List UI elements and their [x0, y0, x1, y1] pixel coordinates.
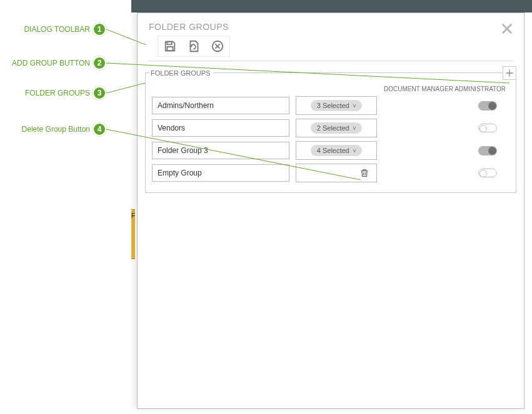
selection-count-label: 3 Selected [317, 102, 349, 109]
callout-label: ADD GROUP BUTTON [3, 59, 90, 67]
dialog-header: FOLDER GROUPS [138, 13, 524, 61]
group-selection-dropdown[interactable] [296, 164, 377, 182]
save-button[interactable] [158, 36, 182, 56]
selection-count-label: 2 Selected [317, 124, 349, 132]
close-icon[interactable] [500, 22, 515, 37]
folder-groups-dialog: FOLDER GROUPS [137, 12, 524, 409]
group-selection-dropdown[interactable]: 2 Selectedv [296, 119, 377, 137]
selection-pill[interactable]: 4 Selectedv [311, 145, 362, 156]
chevron-down-icon: v [353, 102, 356, 109]
delete-group-button[interactable] [359, 167, 370, 179]
callout-badge: 2 [93, 56, 106, 70]
callout-badge: 3 [93, 86, 106, 100]
chevron-down-icon: v [353, 147, 356, 154]
group-name-input[interactable] [152, 142, 289, 159]
group-row: 4 Selectedv [152, 141, 509, 160]
header-divider [149, 61, 513, 61]
callout-label: DIALOG TOOLBAR [3, 25, 90, 34]
toggle-knob [479, 125, 487, 132]
callout-badge: 4 [93, 122, 106, 136]
outer-top-bar [131, 0, 532, 12]
revert-button[interactable] [182, 36, 206, 56]
group-name-input[interactable] [152, 164, 289, 182]
cancel-button[interactable] [206, 36, 229, 56]
admin-toggle[interactable] [478, 169, 497, 177]
dialog-body: FOLDER GROUPS DOCUMENT MANAGER ADMINISTR… [138, 61, 524, 408]
group-row: 3 Selectedv [152, 96, 509, 115]
callout-badge: 1 [93, 22, 106, 36]
group-selection-dropdown[interactable]: 3 Selectedv [296, 96, 377, 115]
admin-toggle[interactable] [478, 146, 497, 155]
fieldset-legend: FOLDER GROUPS [146, 67, 516, 79]
fieldset-legend-text: FOLDER GROUPS [149, 69, 214, 77]
svg-rect-0 [167, 42, 171, 45]
callout-label: FOLDER GROUPS [3, 89, 90, 97]
selection-pill[interactable]: 3 Selectedv [311, 100, 362, 111]
group-name-input[interactable] [152, 97, 289, 114]
toggle-knob [488, 147, 496, 155]
left-background-sliver: F [131, 209, 135, 259]
group-name-input[interactable] [152, 119, 289, 137]
admin-toggle[interactable] [478, 101, 497, 111]
toggle-knob [479, 170, 487, 177]
chevron-down-icon: v [353, 125, 356, 131]
callout-label: Delete Group Button [3, 125, 90, 134]
selection-pill[interactable]: 2 Selectedv [311, 122, 362, 134]
toggle-knob [488, 102, 496, 110]
dialog-title: FOLDER GROUPS [149, 22, 513, 32]
group-row: 2 Selectedv [152, 119, 509, 137]
dialog-toolbar [158, 36, 230, 57]
svg-rect-1 [167, 47, 173, 51]
admin-column-header: DOCUMENT MANAGER ADMINISTRATOR [152, 86, 509, 96]
folder-groups-fieldset: FOLDER GROUPS DOCUMENT MANAGER ADMINISTR… [145, 72, 516, 193]
group-selection-dropdown[interactable]: 4 Selectedv [296, 141, 377, 160]
add-group-button[interactable] [503, 66, 516, 80]
selection-count-label: 4 Selected [317, 147, 349, 154]
admin-toggle[interactable] [478, 124, 497, 132]
group-row [152, 164, 509, 182]
